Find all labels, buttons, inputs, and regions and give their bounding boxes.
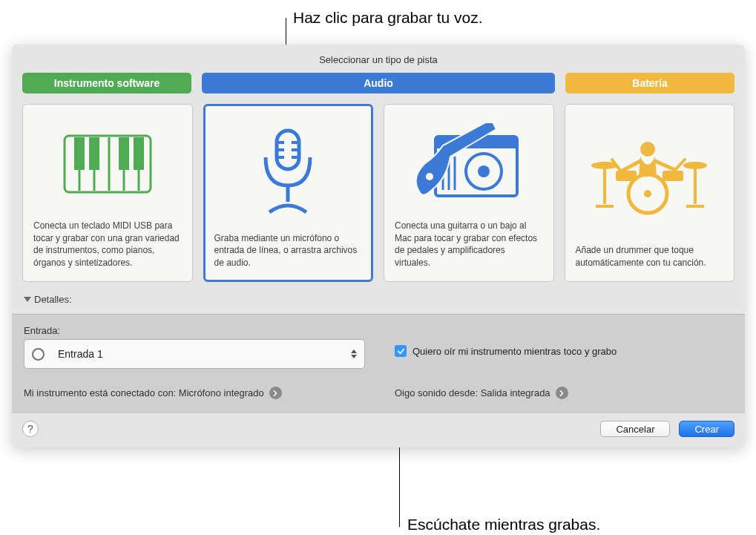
callout-listen-while-recording: Escúchate mientras grabas. xyxy=(407,516,600,534)
guitar-amp-icon xyxy=(395,115,543,214)
card-description: Conecta un teclado MIDI USB para tocar y… xyxy=(33,220,182,269)
card-audio-microphone[interactable]: Graba mediante un micrófono o entrada de… xyxy=(203,104,374,282)
svg-rect-36 xyxy=(663,171,683,181)
svg-point-38 xyxy=(644,190,651,197)
track-type-tabs: Instrumento software Audio Batería xyxy=(12,73,745,93)
drummer-icon xyxy=(576,115,724,238)
keyboard-icon xyxy=(33,115,182,214)
output-label: Oigo sonido desde: Salida integrada xyxy=(395,387,550,398)
instrument-connection-label: Mi instrumento está conectado con: Micró… xyxy=(24,387,264,398)
card-description: Graba mediante un micrófono o entrada de… xyxy=(214,232,363,269)
callout-record-voice: Haz clic para grabar tu voz. xyxy=(293,9,483,27)
track-type-dialog: Seleccionar un tipo de pista Instrumento… xyxy=(12,45,745,447)
chevron-updown-icon xyxy=(351,349,357,358)
dialog-footer: ? Cancelar Crear xyxy=(12,413,745,447)
input-label: Entrada: xyxy=(24,325,733,336)
card-audio-guitar[interactable]: Conecta una guitarra o un bajo al Mac pa… xyxy=(384,104,554,282)
svg-rect-7 xyxy=(89,137,99,170)
monitor-checkbox-label: Quiero oír mi instrumento mientras toco … xyxy=(412,346,617,357)
input-select-value: Entrada 1 xyxy=(58,348,103,360)
output-arrow[interactable] xyxy=(556,387,568,399)
card-drummer[interactable]: Añade un drummer que toque automáticamen… xyxy=(565,104,735,282)
dialog-title: Seleccionar un tipo de pista xyxy=(12,45,745,73)
svg-point-25 xyxy=(426,173,433,180)
tab-software-instrument[interactable]: Instrumento software xyxy=(22,73,191,93)
svg-point-26 xyxy=(640,142,655,157)
card-description: Conecta una guitarra o un bajo al Mac pa… xyxy=(395,220,543,269)
help-button[interactable]: ? xyxy=(22,421,39,437)
monitor-checkbox[interactable] xyxy=(395,345,407,357)
details-disclosure[interactable]: Detalles: xyxy=(12,292,745,314)
svg-rect-9 xyxy=(134,137,144,170)
disclosure-triangle-icon xyxy=(24,297,31,302)
tab-audio[interactable]: Audio xyxy=(202,73,555,93)
instrument-connection-arrow[interactable] xyxy=(269,387,282,399)
svg-rect-8 xyxy=(119,137,129,170)
microphone-icon xyxy=(214,115,363,226)
create-button[interactable]: Crear xyxy=(679,421,734,437)
input-channel-icon xyxy=(32,348,45,361)
details-panel: Entrada: Entrada 1 Quiero oír mi instrum… xyxy=(12,314,745,413)
svg-line-30 xyxy=(675,160,685,170)
input-select[interactable]: Entrada 1 xyxy=(24,339,365,369)
track-type-cards: Conecta un teclado MIDI USB para tocar y… xyxy=(12,93,745,292)
svg-line-27 xyxy=(621,161,640,171)
svg-line-29 xyxy=(655,161,675,170)
tab-drums[interactable]: Batería xyxy=(565,73,734,93)
card-description: Añade un drummer que toque automáticamen… xyxy=(576,244,724,269)
svg-point-21 xyxy=(478,165,490,177)
details-label: Detalles: xyxy=(34,294,72,305)
cancel-button[interactable]: Cancelar xyxy=(600,421,670,437)
svg-rect-6 xyxy=(74,137,85,170)
card-software-instrument[interactable]: Conecta un teclado MIDI USB para tocar y… xyxy=(22,104,193,282)
